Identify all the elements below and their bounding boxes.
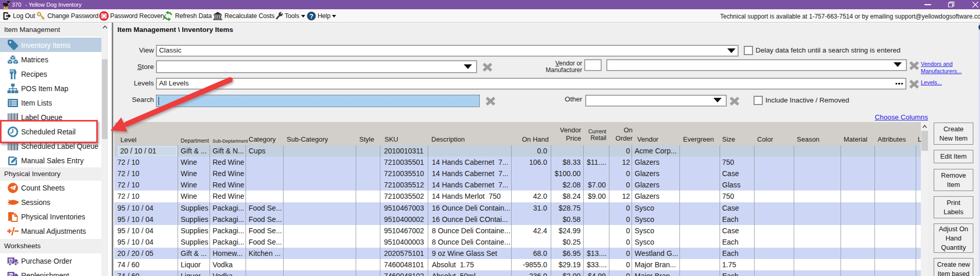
svg-text:?: ? (309, 13, 313, 20)
